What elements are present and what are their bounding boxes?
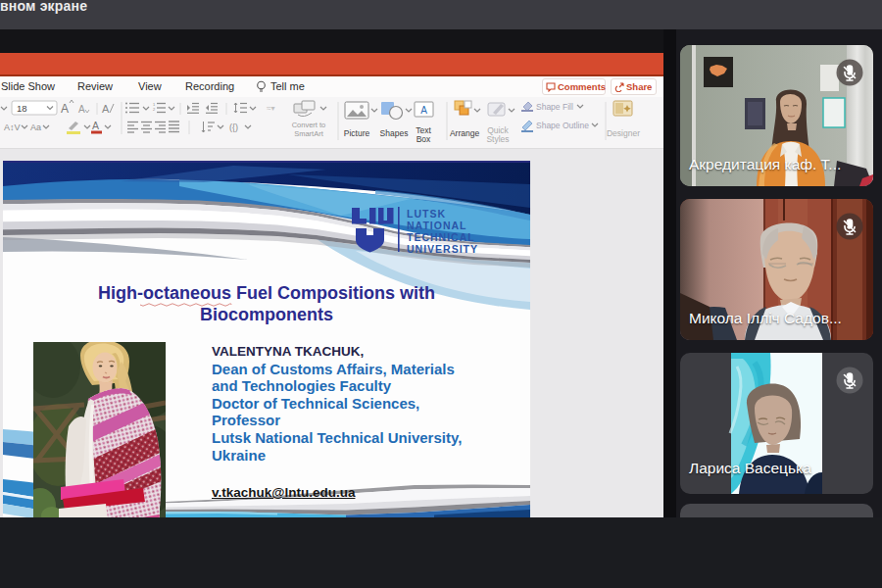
svg-text:SmartArt: SmartArt — [294, 129, 324, 138]
svg-text:18: 18 — [17, 103, 27, 114]
svg-text:A: A — [420, 105, 427, 116]
svg-text:Shape Fill: Shape Fill — [536, 102, 573, 112]
svg-text:Shape Outline: Shape Outline — [536, 121, 589, 130]
svg-text:NATIONAL: NATIONAL — [407, 220, 466, 231]
svg-text:Arrange: Arrange — [450, 128, 480, 138]
svg-text:Aa: Aa — [30, 122, 41, 132]
svg-text:A: A — [78, 104, 85, 115]
svg-text:Designer: Designer — [607, 128, 640, 138]
svg-text:UNIVERSITY: UNIVERSITY — [407, 243, 478, 255]
svg-text:A: A — [92, 120, 99, 131]
svg-text:Shapes: Shapes — [380, 128, 409, 138]
svg-text:A: A — [102, 103, 110, 115]
svg-text:A: A — [61, 102, 69, 116]
svg-text:Picture: Picture — [344, 128, 370, 138]
svg-text:2: 2 — [153, 107, 156, 112]
svg-text:≈▾: ≈▾ — [267, 104, 274, 113]
svg-text:LUTSK: LUTSK — [407, 208, 446, 220]
svg-text:Styles: Styles — [486, 134, 509, 144]
svg-text:Box: Box — [416, 134, 431, 144]
svg-text:Convert to: Convert to — [292, 121, 326, 129]
svg-text:({): ({) — [229, 122, 238, 132]
svg-text:A↕V: A↕V — [4, 122, 21, 132]
svg-text:TECHNICAL: TECHNICAL — [407, 231, 475, 243]
